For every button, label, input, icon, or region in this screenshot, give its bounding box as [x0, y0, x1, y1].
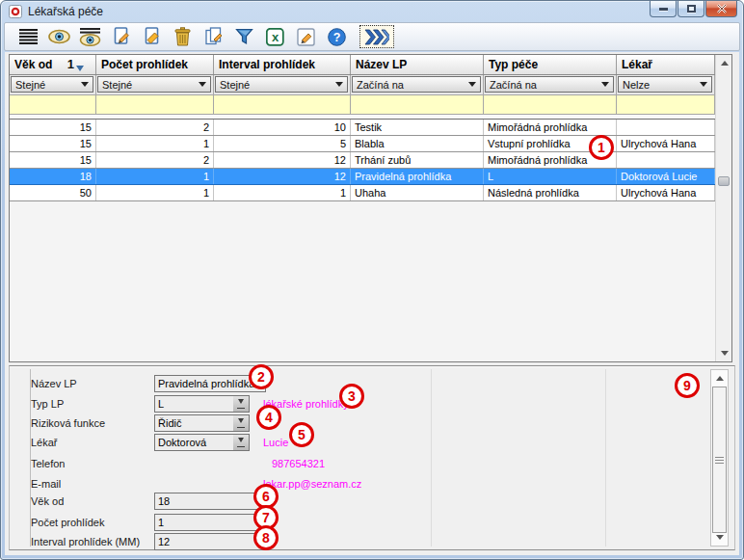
app-window: Lékařská péče: [0, 0, 744, 560]
table-row[interactable]: 15 2 10 Testik Mimořádná prohlídka: [10, 120, 715, 136]
svg-text:?: ?: [333, 31, 341, 44]
new-record-icon[interactable]: [109, 25, 133, 48]
arrow-down-icon: [716, 535, 724, 544]
app-icon: [9, 5, 22, 18]
filter-input-lekar[interactable]: [617, 95, 715, 114]
titlebar[interactable]: Lékařská péče: [1, 1, 743, 22]
delete-record-icon[interactable]: [171, 25, 195, 48]
field-label: Interval prohlídek (MM): [31, 536, 140, 547]
detail-panel: Název LP Typ LP lékařské prohlídky Rizik…: [9, 365, 735, 550]
scrollbar-thumb[interactable]: [718, 176, 730, 186]
annotation-1: 1: [589, 135, 614, 160]
sort-order-badge: 1: [67, 57, 74, 71]
annotation-3: 3: [339, 384, 364, 409]
filter-operator-typ-pece[interactable]: Začíná na: [485, 76, 614, 93]
annotation-5: 5: [289, 422, 314, 447]
column-header-vek-od[interactable]: Věk od 1: [10, 55, 96, 74]
panel-divider: [605, 369, 606, 547]
scroll-up-button[interactable]: [711, 371, 728, 385]
column-header-nazev-lp[interactable]: Název LP: [351, 55, 484, 74]
email-value: lekar.pp@seznam.cz: [263, 478, 361, 490]
pocet-prohlidek-input[interactable]: [154, 514, 266, 531]
grid-vertical-scrollbar[interactable]: [715, 55, 731, 361]
filter-input-nazev[interactable]: [351, 95, 484, 114]
field-label: Riziková funkce: [31, 417, 105, 429]
view-eye-icon[interactable]: [47, 25, 71, 48]
table-row-selected[interactable]: 18 1 12 Pravidelná prohlídka L Doktorová…: [10, 169, 715, 185]
scroll-down-button[interactable]: [711, 531, 728, 545]
annotation-8: 8: [253, 525, 279, 550]
chevron-down-icon: [335, 82, 343, 91]
close-button[interactable]: [705, 1, 737, 17]
table-row[interactable]: 50 1 1 Uhaha Následná prohlídka Ulrychov…: [10, 185, 715, 201]
view-columns-eye-icon[interactable]: [78, 25, 102, 48]
records-grid: Věk od 1 Počet prohlídek Interval prohlí…: [9, 54, 732, 362]
filter-input-interval[interactable]: [214, 95, 351, 114]
filter-icon[interactable]: [232, 25, 256, 48]
dropdown-icon: [238, 399, 244, 407]
filter-operator-interval[interactable]: Stejné: [215, 76, 348, 93]
dropdown-icon: [238, 438, 244, 445]
window-title: Lékařská péče: [28, 5, 103, 18]
column-header-pocet-prohlidek[interactable]: Počet prohlídek: [96, 55, 214, 74]
chevron-down-icon: [601, 82, 609, 91]
panel-vertical-scrollbar[interactable]: [710, 369, 729, 547]
arrow-up-icon: [716, 372, 724, 381]
lekar-dropdown-button[interactable]: [233, 434, 250, 451]
arrow-up-icon: [721, 57, 729, 66]
next-chevrons-icon: [364, 29, 389, 45]
filter-operator-vek-od[interactable]: Stejné: [11, 76, 93, 93]
telefon-value: 987654321: [272, 458, 325, 469]
lekar-input[interactable]: [154, 434, 234, 451]
next-pages-button[interactable]: [359, 25, 394, 48]
filter-input-vek-od[interactable]: [10, 95, 96, 114]
field-label: Název LP: [31, 378, 77, 389]
field-label: Telefon: [31, 458, 65, 469]
column-header-interval-prohlidek[interactable]: Interval prohlídek: [214, 55, 351, 74]
scroll-up-button[interactable]: [716, 55, 732, 70]
chevron-down-icon: [81, 82, 89, 91]
field-label: E-mail: [31, 478, 61, 490]
help-icon[interactable]: ?: [325, 25, 349, 48]
grid-header-row: Věk od 1 Počet prohlídek Interval prohlí…: [10, 55, 715, 75]
panel-divider: [431, 369, 432, 547]
grid-filter-operator-row: Stejné Stejné Stejné Začíná na Začíná na…: [10, 75, 715, 95]
close-icon: [716, 4, 728, 13]
workspace: Věk od 1 Počet prohlídek Interval prohlí…: [5, 52, 739, 555]
export-excel-icon[interactable]: x: [263, 25, 287, 48]
typ-lp-dropdown-button[interactable]: [233, 395, 250, 413]
vek-od-input[interactable]: [154, 493, 266, 510]
toolbar: x ?: [4, 22, 740, 51]
sort-desc-icon: [76, 66, 84, 74]
lekar-firstname: Lucie: [263, 437, 288, 448]
rizikova-funkce-input[interactable]: [154, 414, 234, 432]
annotation-9: 9: [675, 373, 700, 398]
column-header-lekar[interactable]: Lékař: [617, 55, 715, 74]
rizikova-funkce-dropdown-button[interactable]: [233, 414, 250, 432]
grid-filter-input-row: [10, 95, 715, 115]
chevron-down-icon: [468, 82, 476, 91]
svg-text:x: x: [272, 30, 279, 44]
filter-operator-lekar[interactable]: Nelze: [618, 76, 712, 93]
copy-record-icon[interactable]: [201, 25, 226, 48]
field-label: Věk od: [31, 495, 64, 507]
chevron-down-icon: [700, 82, 707, 91]
arrow-down-icon: [721, 351, 729, 360]
filter-operator-nazev[interactable]: Začíná na: [352, 76, 481, 93]
typ-lp-input[interactable]: [154, 395, 234, 413]
scroll-down-button[interactable]: [716, 346, 732, 361]
filter-input-typ-pece[interactable]: [484, 95, 617, 114]
interval-prohlidek-input[interactable]: [154, 533, 266, 550]
open-form-icon[interactable]: [294, 25, 318, 48]
scrollbar-thumb[interactable]: [712, 387, 727, 533]
minimize-button[interactable]: [650, 1, 677, 17]
filter-input-pocet[interactable]: [96, 95, 214, 114]
maximize-button[interactable]: [678, 1, 704, 17]
maximize-icon: [687, 5, 696, 13]
field-label: Typ LP: [31, 398, 64, 410]
filter-operator-pocet[interactable]: Stejné: [97, 76, 211, 93]
edit-record-icon[interactable]: [140, 25, 164, 48]
menu-list-icon[interactable]: [16, 25, 40, 48]
column-header-typ-pece[interactable]: Typ péče: [484, 55, 617, 74]
field-label: Lékař: [31, 437, 58, 448]
